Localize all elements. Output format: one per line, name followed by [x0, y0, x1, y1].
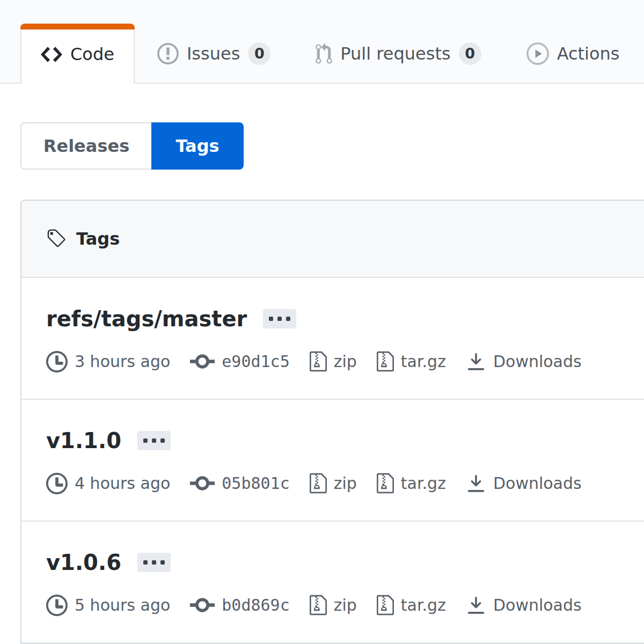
tab-issues-label: Issues: [187, 43, 240, 64]
tag-age-text: 5 hours ago: [75, 596, 170, 614]
file-zip-icon: [310, 350, 327, 373]
tab-pull-requests[interactable]: Pull requests 0: [296, 25, 500, 83]
git-commit-icon: [190, 596, 215, 614]
downloads-label: Downloads: [493, 352, 582, 371]
tag-age: 5 hours ago: [46, 595, 170, 616]
ellipsis-icon: [286, 317, 290, 321]
ellipsis-icon: [152, 560, 156, 565]
tag-icon: [46, 228, 67, 250]
targz-download-link[interactable]: tar.gz: [377, 594, 446, 617]
tag-meta-row: 3 hours ago e90d1c5 zip tar.gz: [46, 350, 644, 373]
commit-sha: e90d1c5: [222, 352, 289, 371]
releases-toggle-button[interactable]: Releases: [20, 122, 152, 170]
download-icon: [466, 595, 486, 616]
tag-commit-link[interactable]: b0d869c: [190, 596, 289, 614]
targz-download-link[interactable]: tar.gz: [377, 472, 446, 495]
tag-title-line: refs/tags/master: [46, 307, 644, 331]
commit-sha: b0d869c: [222, 596, 289, 614]
tag-name-link[interactable]: v1.0.6: [46, 551, 121, 574]
ellipsis-icon: [269, 317, 273, 321]
zip-download-link[interactable]: zip: [310, 594, 357, 617]
git-commit-icon: [190, 353, 215, 370]
tags-box-header: Tags: [21, 201, 644, 278]
play-circle-icon: [526, 42, 549, 65]
zip-download-link[interactable]: zip: [310, 472, 357, 495]
tags-box: Tags refs/tags/master 3 hours ago: [20, 200, 644, 644]
ellipsis-icon: [160, 438, 165, 443]
zip-label: zip: [334, 352, 357, 371]
file-zip-icon: [377, 594, 394, 617]
targz-download-link[interactable]: tar.gz: [377, 350, 446, 373]
clock-icon: [46, 473, 68, 494]
tag-age: 4 hours ago: [46, 473, 170, 494]
tag-meta-row: 4 hours ago 05b801c zip tar.gz: [46, 472, 644, 495]
issues-count-badge: 0: [248, 42, 270, 65]
tag-title-line: v1.0.6: [46, 551, 644, 574]
targz-label: tar.gz: [401, 474, 446, 493]
tag-age-text: 4 hours ago: [75, 474, 170, 493]
tab-issues[interactable]: Issues 0: [138, 25, 290, 83]
downloads-link[interactable]: Downloads: [466, 352, 582, 372]
ellipsis-icon: [143, 560, 148, 565]
tab-code[interactable]: Code: [20, 24, 135, 84]
tag-row: refs/tags/master 3 hours ago e90d1c5: [21, 278, 644, 400]
zip-label: zip: [334, 596, 357, 614]
repo-tab-nav: Code Issues 0 Pull requests 0 Actions: [0, 0, 644, 84]
tag-age-text: 3 hours ago: [75, 352, 170, 371]
tag-age: 3 hours ago: [46, 351, 170, 372]
tab-actions-label: Actions: [557, 43, 620, 64]
tags-box-title: Tags: [76, 229, 120, 249]
tab-code-label: Code: [70, 44, 114, 64]
tag-commit-link[interactable]: e90d1c5: [190, 352, 289, 371]
tag-title-line: v1.1.0: [46, 429, 644, 452]
commit-message-expander-button[interactable]: [137, 431, 171, 450]
download-icon: [466, 352, 486, 372]
downloads-link[interactable]: Downloads: [466, 473, 582, 494]
git-pull-request-icon: [316, 43, 332, 65]
tag-name-link[interactable]: refs/tags/master: [46, 307, 247, 331]
ellipsis-icon: [152, 438, 156, 443]
commit-sha: 05b801c: [222, 474, 289, 493]
file-zip-icon: [310, 472, 327, 495]
releases-page-content: Releases Tags Tags refs/tags/master: [0, 84, 644, 644]
targz-label: tar.gz: [401, 352, 446, 371]
tags-toggle-button[interactable]: Tags: [151, 122, 244, 170]
tag-commit-link[interactable]: 05b801c: [190, 474, 289, 493]
zip-label: zip: [334, 474, 357, 493]
git-commit-icon: [190, 474, 215, 492]
file-zip-icon: [310, 594, 327, 617]
file-zip-icon: [377, 350, 394, 373]
ellipsis-icon: [143, 438, 148, 443]
code-icon: [41, 47, 62, 62]
releases-tags-toggle: Releases Tags: [20, 122, 244, 170]
tag-row: v1.1.0 4 hours ago 05b801c: [21, 400, 644, 522]
downloads-label: Downloads: [493, 474, 582, 493]
targz-label: tar.gz: [401, 596, 446, 614]
tag-row: v1.0.6 5 hours ago b0d869c: [21, 522, 644, 643]
pull-requests-count-badge: 0: [459, 42, 481, 65]
downloads-link[interactable]: Downloads: [466, 595, 582, 616]
clock-icon: [46, 351, 68, 372]
tag-meta-row: 5 hours ago b0d869c zip tar.gz: [46, 594, 644, 617]
tag-list: refs/tags/master 3 hours ago e90d1c5: [21, 278, 644, 643]
commit-message-expander-button[interactable]: [137, 553, 171, 572]
download-icon: [466, 473, 486, 494]
tab-actions[interactable]: Actions: [507, 25, 639, 83]
tag-name-link[interactable]: v1.1.0: [46, 429, 121, 452]
file-zip-icon: [377, 472, 394, 495]
ellipsis-icon: [277, 317, 282, 321]
ellipsis-icon: [160, 560, 165, 565]
zip-download-link[interactable]: zip: [310, 350, 357, 373]
issue-opened-icon: [157, 43, 179, 64]
downloads-label: Downloads: [493, 596, 582, 614]
tab-pull-requests-label: Pull requests: [340, 43, 450, 64]
commit-message-expander-button[interactable]: [263, 309, 296, 328]
clock-icon: [46, 595, 68, 616]
